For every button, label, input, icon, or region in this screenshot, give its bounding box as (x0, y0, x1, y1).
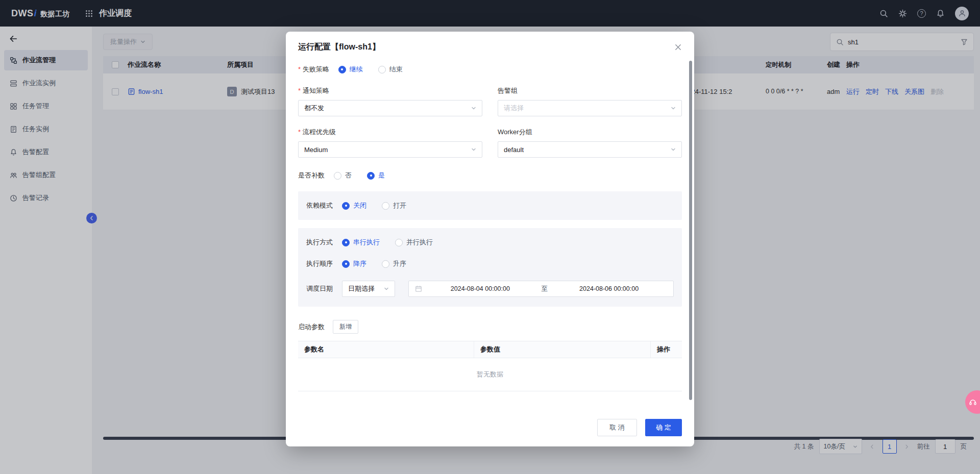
field-exec-mode: 执行方式 串行执行 并行执行 (306, 238, 674, 247)
param-name-header: 参数名 (298, 341, 474, 358)
worker-group-value: default (504, 146, 524, 154)
chevron-down-icon (471, 147, 476, 152)
params-table-header: 参数名 参数值 操作 (298, 341, 682, 358)
modal-scrollbar[interactable] (689, 61, 692, 400)
calendar-icon (415, 285, 422, 292)
dependency-radio-group: 关闭 打开 (342, 201, 406, 210)
radio-label: 否 (345, 171, 352, 180)
worker-group-label: Worker分组 (498, 128, 682, 137)
radio-dot (342, 202, 350, 210)
chevron-down-icon (384, 286, 389, 291)
radio-dot (395, 239, 403, 246)
radio-dot (367, 172, 375, 180)
params-empty-state: 暂无数据 (298, 358, 682, 391)
row-notify-alert: 通知策略 都不发 告警组 请选择 (298, 86, 682, 116)
backfill-radio-group: 否 是 (334, 171, 385, 180)
exec-mode-radio-group: 串行执行 并行执行 (342, 238, 433, 247)
date-mode-select[interactable]: 日期选择 (342, 281, 395, 297)
params-table: 参数名 参数值 操作 暂无数据 (298, 341, 682, 391)
radio-dot (334, 172, 341, 180)
priority-label: 流程优先级 (298, 128, 482, 137)
priority-select[interactable]: Medium (298, 141, 482, 158)
field-notify-policy: 通知策略 都不发 (298, 86, 482, 116)
radio-asc[interactable]: 升序 (382, 259, 406, 268)
radio-open[interactable]: 打开 (382, 201, 406, 210)
range-start-value: 2024-08-04 00:00:00 (422, 285, 538, 292)
params-label: 启动参数 (298, 322, 325, 332)
execution-panel: 执行方式 串行执行 并行执行 执行顺序 降序 升序 调度日期 日期选择 (298, 228, 682, 307)
date-range-picker[interactable]: 2024-08-04 00:00:00 至 2024-08-06 00:00:0… (408, 281, 674, 297)
modal-title: 运行配置【flow-sh1】 (298, 42, 380, 51)
radio-label: 结束 (389, 65, 403, 74)
failure-policy-radio-group: 继续 结束 (338, 65, 403, 74)
chevron-down-icon (671, 147, 676, 152)
radio-label: 串行执行 (353, 238, 380, 247)
dependency-panel: 依赖模式 关闭 打开 (298, 191, 682, 220)
field-failure-policy: 失败策略 继续 结束 (298, 65, 682, 74)
range-end-value: 2024-08-06 00:00:00 (551, 285, 667, 292)
field-worker-group: Worker分组 default (498, 128, 682, 158)
notify-policy-label: 通知策略 (298, 86, 482, 95)
radio-dot (338, 66, 346, 73)
priority-value: Medium (304, 146, 328, 154)
modal-footer: 取 消 确 定 (286, 411, 694, 446)
confirm-button[interactable]: 确 定 (645, 419, 682, 436)
alert-group-placeholder: 请选择 (504, 104, 524, 113)
radio-dot (378, 66, 386, 73)
field-alert-group: 告警组 请选择 (498, 86, 682, 116)
radio-desc[interactable]: 降序 (342, 259, 366, 268)
schedule-date-label: 调度日期 (306, 284, 333, 293)
radio-end[interactable]: 结束 (378, 65, 403, 74)
radio-dot (382, 260, 389, 268)
date-mode-value: 日期选择 (348, 284, 375, 293)
exec-mode-label: 执行方式 (306, 238, 333, 247)
field-priority: 流程优先级 Medium (298, 128, 482, 158)
radio-label: 打开 (393, 201, 406, 210)
chevron-down-icon (671, 106, 676, 111)
notify-policy-select[interactable]: 都不发 (298, 100, 482, 116)
field-schedule-date: 调度日期 日期选择 2024-08-04 00:00:00 至 2024-08-… (306, 281, 674, 297)
dependency-label: 依赖模式 (306, 201, 333, 210)
range-separator: 至 (538, 285, 551, 293)
exec-order-label: 执行顺序 (306, 259, 333, 268)
radio-label: 升序 (393, 259, 406, 268)
run-config-modal: 运行配置【flow-sh1】 失败策略 继续 结束 通知策略 都不发 告警组 (286, 32, 694, 446)
alert-group-label: 告警组 (498, 86, 682, 95)
alert-group-select[interactable]: 请选择 (498, 100, 682, 116)
cancel-button[interactable]: 取 消 (597, 419, 637, 436)
radio-label: 是 (378, 171, 385, 180)
backfill-label: 是否补数 (298, 171, 325, 180)
param-action-header: 操作 (651, 341, 682, 358)
chevron-down-icon (471, 106, 476, 111)
close-icon[interactable] (673, 42, 683, 52)
row-priority-worker: 流程优先级 Medium Worker分组 default (298, 128, 682, 158)
radio-dot (342, 260, 350, 268)
failure-policy-label: 失败策略 (298, 65, 329, 74)
headset-icon (969, 398, 977, 406)
notify-policy-value: 都不发 (304, 104, 324, 113)
radio-dot (382, 202, 389, 210)
field-dependency-mode: 依赖模式 关闭 打开 (306, 201, 674, 210)
radio-no[interactable]: 否 (334, 171, 352, 180)
radio-dot (342, 239, 350, 246)
field-backfill: 是否补数 否 是 (298, 171, 682, 180)
modal-header: 运行配置【flow-sh1】 (286, 32, 694, 55)
radio-continue[interactable]: 继续 (338, 65, 363, 74)
radio-label: 降序 (353, 259, 366, 268)
radio-parallel[interactable]: 并行执行 (395, 238, 433, 247)
params-header: 启动参数 新增 (298, 320, 682, 334)
radio-label: 关闭 (353, 201, 366, 210)
radio-closed[interactable]: 关闭 (342, 201, 366, 210)
field-exec-order: 执行顺序 降序 升序 (306, 259, 674, 268)
param-value-header: 参数值 (474, 341, 651, 358)
modal-body: 失败策略 继续 结束 通知策略 都不发 告警组 请选择 (286, 55, 694, 411)
add-param-button[interactable]: 新增 (333, 320, 358, 334)
radio-yes[interactable]: 是 (367, 171, 385, 180)
exec-order-radio-group: 降序 升序 (342, 259, 406, 268)
worker-group-select[interactable]: default (498, 141, 682, 158)
radio-label: 继续 (350, 65, 363, 74)
radio-label: 并行执行 (406, 238, 433, 247)
radio-serial[interactable]: 串行执行 (342, 238, 380, 247)
